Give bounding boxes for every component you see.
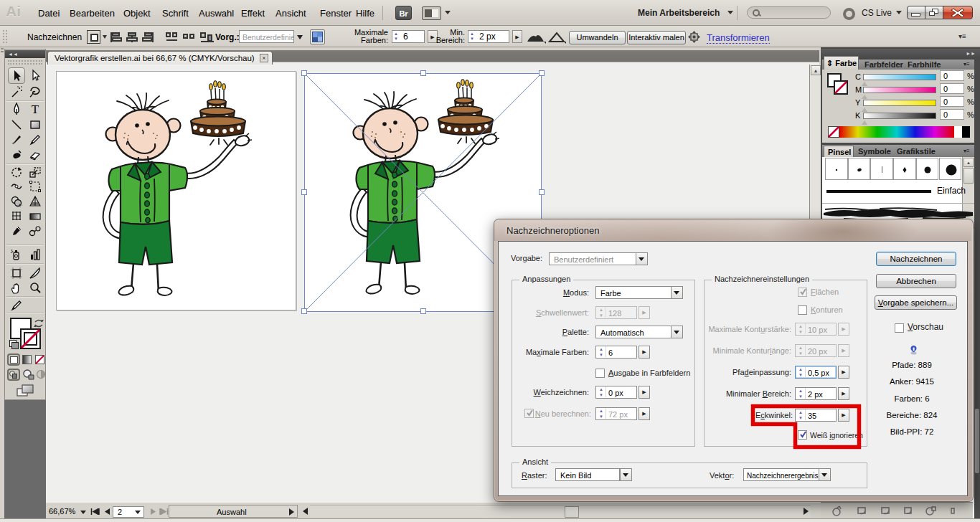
svg-text:T: T <box>32 103 39 116</box>
